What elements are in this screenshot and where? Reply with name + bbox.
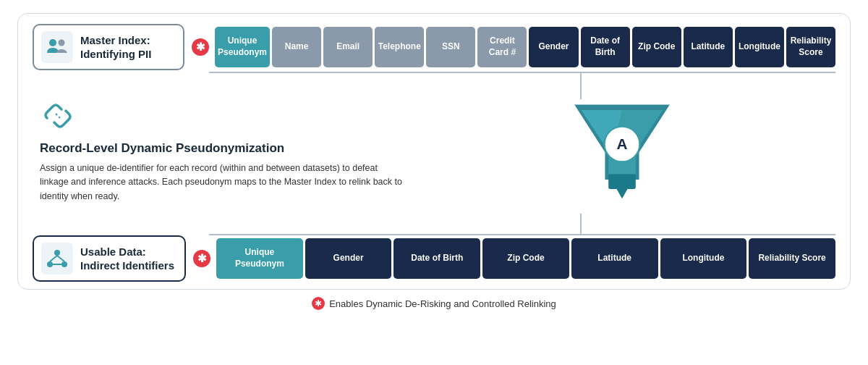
top-col-0: Unique Pseudonym xyxy=(215,27,270,67)
top-col-2: Email xyxy=(323,27,373,67)
svg-line-3 xyxy=(56,114,60,118)
footer-note: ✱ Enables Dynamic De-Risking and Control… xyxy=(17,297,851,310)
top-col-8: Zip Code xyxy=(632,27,681,67)
svg-rect-11 xyxy=(41,243,73,274)
svg-point-13 xyxy=(47,261,53,267)
middle-section: Record-Level Dynamic Pseudonymization As… xyxy=(33,98,835,214)
svg-text:A: A xyxy=(617,135,628,152)
usable-data-icon xyxy=(41,243,73,274)
top-col-5: Credit Card # xyxy=(477,27,527,67)
top-col-9: Latitude xyxy=(684,27,733,67)
left-text-area: Record-Level Dynamic Pseudonymization As… xyxy=(33,98,409,204)
top-connector xyxy=(209,72,835,99)
svg-point-14 xyxy=(61,261,67,267)
usable-data-box: Usable Data: Indirect Identifiers xyxy=(33,235,186,282)
bottom-col-1: Gender xyxy=(305,238,392,279)
top-row: Master Index: Identifying PII ✱ Unique P… xyxy=(33,24,835,70)
top-columns-strip: Unique PseudonymNameEmailTelephoneSSNCre… xyxy=(215,27,835,67)
bottom-col-2: Date of Birth xyxy=(393,238,480,279)
master-index-box: Master Index: Identifying PII xyxy=(33,24,184,70)
bottom-connector xyxy=(209,214,835,235)
bottom-col-6: Reliability Score xyxy=(749,238,835,279)
middle-desc: Assign a unique de-identifier for each r… xyxy=(40,161,409,204)
usable-data-label: Usable Data: Indirect Identifiers xyxy=(80,245,174,273)
bottom-row: Usable Data: Indirect Identifiers ✱ Uniq… xyxy=(33,235,835,282)
svg-point-2 xyxy=(59,40,65,46)
outer-box: Master Index: Identifying PII ✱ Unique P… xyxy=(17,13,851,290)
master-index-label: Master Index: Identifying PII xyxy=(80,33,151,62)
main-container: Master Index: Identifying PII ✱ Unique P… xyxy=(0,0,868,365)
bottom-col-5: Longitude xyxy=(660,238,747,279)
top-asterisk-badge: ✱ xyxy=(192,38,209,56)
svg-point-12 xyxy=(54,250,60,256)
svg-marker-8 xyxy=(616,189,627,198)
footer-text: Enables Dynamic De-Risking and Controlle… xyxy=(329,298,556,309)
top-col-11: Reliability Score xyxy=(786,27,835,67)
top-col-10: Longitude xyxy=(735,27,784,67)
bottom-col-0: Unique Pseudonym xyxy=(216,238,303,279)
bottom-col-4: Latitude xyxy=(571,238,658,279)
top-col-6: Gender xyxy=(529,27,578,67)
top-col-4: SSN xyxy=(426,27,475,67)
svg-rect-0 xyxy=(41,31,73,63)
svg-rect-7 xyxy=(608,174,636,189)
bottom-columns-strip: Unique PseudonymGenderDate of BirthZip C… xyxy=(216,238,835,279)
top-col-7: Date of Birth xyxy=(581,27,630,67)
footer-asterisk-icon: ✱ xyxy=(312,297,325,310)
svg-point-1 xyxy=(49,39,56,46)
middle-title: Record-Level Dynamic Pseudonymization xyxy=(40,141,409,156)
top-col-3: Telephone xyxy=(375,27,424,67)
bottom-col-3: Zip Code xyxy=(482,238,569,279)
master-index-icon xyxy=(41,31,73,63)
top-col-1: Name xyxy=(272,27,321,67)
bottom-asterisk-badge: ✱ xyxy=(193,250,210,267)
funnel-area: A xyxy=(409,98,835,214)
funnel-svg: A xyxy=(557,98,687,214)
chain-icon xyxy=(40,98,76,134)
